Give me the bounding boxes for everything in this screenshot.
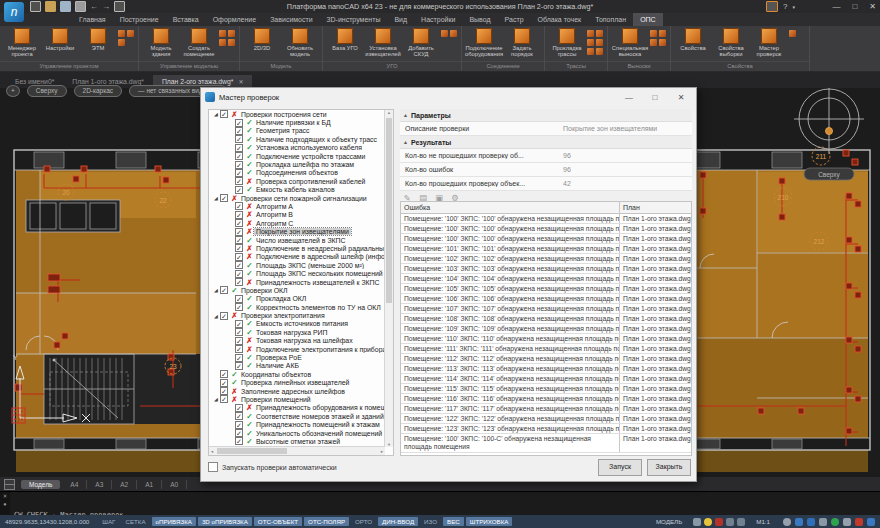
ribbon-tab-2[interactable]: Вставка	[166, 13, 206, 26]
layout-tab-3[interactable]: A2	[112, 480, 137, 489]
ribbon-small-icon[interactable]	[789, 30, 796, 37]
status-icon-mid-3[interactable]	[726, 518, 734, 526]
minimize-button[interactable]: —	[832, 2, 840, 11]
ribbon-small-icon[interactable]	[228, 30, 235, 37]
expand-arrow-icon[interactable]: ◢	[212, 396, 220, 402]
window-style-icon[interactable]	[766, 1, 778, 12]
ribbon-small-icon[interactable]	[127, 30, 134, 37]
check-enabled-checkbox[interactable]: ✓	[235, 186, 243, 194]
ribbon-button-2-1[interactable]: Обновить модель	[282, 28, 318, 57]
dialog-close-button[interactable]: ✕	[670, 93, 692, 102]
check-enabled-checkbox[interactable]: ✓	[235, 404, 243, 412]
tree-item[interactable]: ◢✓✓Проверки ОКЛ	[209, 286, 385, 294]
status-icon-right-5[interactable]	[843, 518, 851, 526]
check-enabled-checkbox[interactable]: ✓	[235, 228, 243, 236]
model-space-label[interactable]: МОДЕЛЬ	[656, 518, 682, 525]
check-enabled-checkbox[interactable]: ✓	[235, 261, 243, 269]
tree-item[interactable]: ✓✓Число извещателей в ЗКПС	[209, 236, 385, 244]
check-enabled-checkbox[interactable]: ✓	[235, 278, 243, 286]
tree-horizontal-scrollbar[interactable]: ◄►	[209, 446, 385, 455]
errors-table[interactable]: Ошибка План Помещение: '100' ЗКПС: '100'…	[400, 201, 692, 456]
save-icon[interactable]	[60, 1, 71, 12]
check-enabled-checkbox[interactable]: ✓	[235, 354, 243, 362]
check-enabled-checkbox[interactable]: ✓	[235, 412, 243, 420]
command-line[interactable]: ✕ ● CW_CHECK - Мастер проверок Команда:	[0, 491, 880, 516]
close-button[interactable]: ✕	[869, 2, 876, 11]
tree-item[interactable]: ✓✗Заполнение адресных шлейфов	[209, 387, 385, 395]
tree-item[interactable]: ✓✗Принадлежность извещателей к ЗКПС	[209, 278, 385, 286]
ribbon-small-icon[interactable]	[219, 30, 226, 37]
error-row[interactable]: Помещение: '116' ЗКПС: '116' обнаружена …	[401, 394, 691, 404]
status-icon-mid-2[interactable]	[715, 518, 723, 526]
ribbon-tab-8[interactable]: Вывод	[462, 13, 497, 26]
check-enabled-checkbox[interactable]: ✓	[235, 236, 243, 244]
dialog-minimize-button[interactable]: —	[618, 93, 640, 102]
status-icon-right-3[interactable]	[819, 518, 827, 526]
status-icon-right-7[interactable]	[867, 518, 875, 526]
ribbon-button-1-0[interactable]: Модель здания	[143, 28, 179, 57]
ribbon-button-4-1[interactable]: Задать порядок	[504, 28, 540, 57]
tree-vertical-scrollbar[interactable]: ▲ ▼	[384, 110, 393, 447]
error-row[interactable]: Помещение: '107' ЗКПС: '107' обнаружена …	[401, 304, 691, 314]
check-enabled-checkbox[interactable]: ✓	[235, 135, 243, 143]
chevron-down-icon[interactable]: ▾	[792, 4, 795, 10]
check-enabled-checkbox[interactable]: ✓	[235, 144, 243, 152]
undo-icon[interactable]: ←	[90, 2, 98, 11]
check-enabled-checkbox[interactable]: ✓	[220, 395, 228, 403]
ribbon-small-icon[interactable]	[219, 39, 226, 46]
ribbon-small-icon[interactable]	[228, 39, 235, 46]
tree-item[interactable]: ✓✗Алгоритм C	[209, 219, 385, 227]
tree-item[interactable]: ✓✓Емкость кабель каналов	[209, 186, 385, 194]
close-dialog-button[interactable]: Закрыть	[647, 459, 691, 476]
error-row[interactable]: Помещение: '114' ЗКПС: '114' обнаружена …	[401, 374, 691, 384]
tree-item[interactable]: ◢✓✗Проверки электропитания	[209, 311, 385, 319]
error-row[interactable]: Помещение: '102' ЗКПС: '102' обнаружена …	[401, 254, 691, 264]
tree-item[interactable]: ✓✓Координаты объектов	[209, 370, 385, 378]
expand-arrow-icon[interactable]: ◢	[212, 287, 220, 293]
ribbon-button-0-1[interactable]: Настройки	[42, 28, 78, 51]
ribbon-tab-5[interactable]: 3D-инструменты	[320, 13, 388, 26]
app-logo-icon[interactable]: n	[4, 2, 24, 22]
tree-item[interactable]: ✓✓Уникальность обозначений помещений	[209, 429, 385, 437]
status-toggle-4[interactable]: ОТС-ОБЪЕКТ	[254, 517, 302, 526]
ribbon-small-icon[interactable]	[118, 39, 125, 46]
options-icon[interactable]: ●	[0, 500, 10, 508]
tree-item[interactable]: ✓✗Проверка сопротивлений кабелей	[209, 177, 385, 185]
check-enabled-checkbox[interactable]: ✓	[220, 312, 228, 320]
check-enabled-checkbox[interactable]: ✓	[220, 370, 228, 378]
ribbon-button-6-0[interactable]: Специальная выноска	[612, 28, 648, 57]
tree-item[interactable]: ✓✓Геометрия трасс	[209, 127, 385, 135]
check-enabled-checkbox[interactable]: ✓	[235, 437, 243, 445]
ribbon-small-icon[interactable]	[587, 48, 594, 55]
error-row[interactable]: Помещение: '100' ЗКПС: '100' обнаружена …	[401, 214, 691, 224]
error-row[interactable]: Помещение: '123' ЗКПС: '123' обнаружена …	[401, 424, 691, 434]
ribbon-tab-1[interactable]: Построение	[113, 13, 166, 26]
check-enabled-checkbox[interactable]: ✓	[235, 295, 243, 303]
tree-item[interactable]: ✓✓Проверка PoE	[209, 353, 385, 361]
tree-item[interactable]: ✓✓Прокладка шлейфа по этажам	[209, 160, 385, 168]
ribbon-button-7-0[interactable]: Свойства	[675, 28, 711, 51]
ribbon-small-icon[interactable]	[650, 39, 657, 46]
check-enabled-checkbox[interactable]: ✓	[220, 194, 228, 202]
check-enabled-checkbox[interactable]: ✓	[235, 429, 243, 437]
error-row[interactable]: Помещение: '105' ЗКПС: '105' обнаружена …	[401, 284, 691, 294]
tree-item[interactable]: ✓✗Покрытие зон извещателями	[209, 227, 385, 235]
ribbon-tab-9[interactable]: Растр	[498, 13, 531, 26]
tree-item[interactable]: ✓✓Соответствие номеров этажей и зданий	[209, 412, 385, 420]
expand-arrow-icon[interactable]: ◢	[212, 313, 220, 319]
error-row[interactable]: Помещение: '100' ЗКПС: '100' обнаружена …	[401, 234, 691, 244]
tree-item[interactable]: ✓✗Токовая нагрузка на шлейфах	[209, 337, 385, 345]
tree-item[interactable]: ✓✓Емкость источников питания	[209, 320, 385, 328]
ribbon-tab-7[interactable]: Настройки	[414, 13, 462, 26]
tree-item[interactable]: ✓✓Подсоединения объектов	[209, 169, 385, 177]
ribbon-button-4-0[interactable]: Подключение оборудования	[466, 28, 502, 57]
viewport-menu-button[interactable]: +	[6, 85, 20, 97]
check-enabled-checkbox[interactable]: ✓	[235, 169, 243, 177]
tree-item[interactable]: ✓✗Подключение в адресный шлейф (информац…	[209, 253, 385, 261]
ribbon-small-icon[interactable]	[587, 39, 594, 46]
error-row[interactable]: Помещение: '100' ЗКПС: '100-С' обнаружен…	[401, 434, 691, 453]
ribbon-small-icon[interactable]	[441, 30, 448, 37]
status-icon-right-2[interactable]	[807, 518, 815, 526]
tree-item[interactable]: ✓✓Наличие АКБ	[209, 362, 385, 370]
view-direction-button[interactable]: Сверху	[27, 85, 67, 97]
